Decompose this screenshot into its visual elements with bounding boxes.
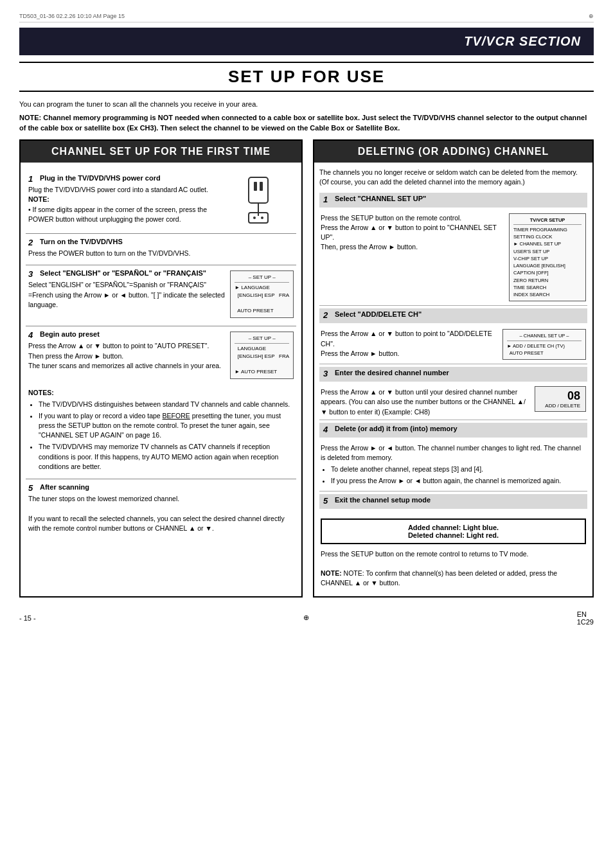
right-intro: The channels you no longer receive or se… <box>319 168 587 187</box>
right-step-3-header-row: 3 Enter the desired channel number <box>319 367 587 382</box>
svg-point-6 <box>261 217 263 219</box>
left-column: CHANNEL SET UP FOR THE FIRST TIME 1 Plug… <box>19 139 303 597</box>
footer-model: 1C29 <box>577 618 594 626</box>
left-step-3-menu: – SET UP – ► LANGUAGE [ENGLISH] ESP FRA … <box>230 269 294 319</box>
section-title-text: TV/VCR SECTION <box>464 34 581 48</box>
right-step-4-content: Press the Arrow ► or ◄ button. The chann… <box>319 439 587 492</box>
right-step-2-header-row: 2 Select "ADD/DELETE CH" <box>319 308 587 323</box>
header-bar: TD503_01-36 02.2.26 10:10 AM Page 15 ⊕ <box>19 13 594 22</box>
svg-rect-1 <box>254 182 257 191</box>
left-step-4-header: 4 Begin auto preset <box>28 330 225 340</box>
left-step-1-text: 1 Plug in the TV/DVD/VHS power cord Plug… <box>28 174 231 224</box>
left-col-header: CHANNEL SET UP FOR THE FIRST TIME <box>21 141 301 163</box>
two-column-layout: CHANNEL SET UP FOR THE FIRST TIME 1 Plug… <box>19 139 594 597</box>
right-col-header: DELETING (OR ADDING) CHANNEL <box>313 139 594 163</box>
plug-image <box>236 174 294 227</box>
channel-display: 08 ADD / DELETE <box>535 386 586 412</box>
section-title-bar: TV/VCR SECTION <box>19 28 594 55</box>
right-step-2-menu: – CHANNEL SET UP – ► ADD / DELETE CH (TV… <box>502 328 586 361</box>
left-step-5: 5 After scanning The tuner stops on the … <box>26 479 296 537</box>
right-step-1-header-row: 1 Select "CHANNEL SET UP" <box>319 193 587 208</box>
svg-point-5 <box>253 217 256 219</box>
left-step-1-header: 1 Plug in the TV/DVD/VHS power cord <box>28 174 231 184</box>
left-step-5-header: 5 After scanning <box>28 483 294 493</box>
page-title: SET UP FOR USE <box>19 62 594 92</box>
right-column: DELETING (OR ADDING) CHANNEL The channel… <box>313 139 594 597</box>
intro-line1: You can program the tuner to scan all th… <box>19 100 258 108</box>
right-step-1-content: Press the SETUP button on the remote con… <box>319 209 587 306</box>
right-col-body: The channels you no longer receive or se… <box>313 163 594 597</box>
svg-rect-2 <box>260 182 263 191</box>
right-step-3-content: Press the Arrow ▲ or ▼ button until your… <box>319 384 587 420</box>
header-crosshair: ⊕ <box>589 13 594 19</box>
intro-note-text: NOTE: Channel memory programming is NOT … <box>19 114 587 131</box>
right-step-4-header-row: 4 Delete (or add) it from (into) memory <box>319 423 587 438</box>
page-footer: - 15 - ⊕ EN 1C29 <box>19 610 594 626</box>
right-step-2-content: Press the Arrow ▲ or ▼ button to point t… <box>319 325 587 364</box>
intro-note: NOTE: Channel memory programming is NOT … <box>19 113 594 133</box>
left-step-4: 4 Begin auto preset Press the Arrow ▲ or… <box>26 326 296 384</box>
footer-page-num: - 15 - <box>19 614 36 622</box>
right-step-1-menu: TV/VCR SETUP TIMER PROGRAMMING SETTING C… <box>509 212 586 303</box>
left-step-4-menu: – SET UP – LANGUAGE [ENGLISH] ESP FRA ► … <box>230 330 294 380</box>
left-step-2: 2 Turn on the TV/DVD/VHS Press the POWER… <box>26 233 296 262</box>
left-col-body: 1 Plug in the TV/DVD/VHS power cord Plug… <box>21 163 301 542</box>
left-step-4-notes: NOTES: The TV/DVD/VHS distinguishes betw… <box>26 387 296 476</box>
footer-crosshair: ⊕ <box>303 614 309 622</box>
left-step-1: 1 Plug in the TV/DVD/VHS power cord Plug… <box>26 170 296 231</box>
footer-lang: EN <box>577 610 587 618</box>
left-step-2-header: 2 Turn on the TV/DVD/VHS <box>28 238 294 247</box>
highlight-box: Added channel: Light blue. Deleted chann… <box>321 518 586 544</box>
header-meta: TD503_01-36 02.2.26 10:10 AM Page 15 <box>19 13 125 19</box>
svg-rect-0 <box>249 177 268 203</box>
left-step-3: 3 Select "ENGLISH" or "ESPAÑOL" or "FRAN… <box>26 265 296 323</box>
right-step-5-header-row: 5 Exit the channel setup mode <box>319 494 587 509</box>
intro-section: You can program the tuner to scan all th… <box>19 100 594 109</box>
left-step-3-header: 3 Select "ENGLISH" or "ESPAÑOL" or "FRAN… <box>28 269 225 279</box>
right-step-5-content: Added channel: Light blue. Deleted chann… <box>319 511 587 591</box>
